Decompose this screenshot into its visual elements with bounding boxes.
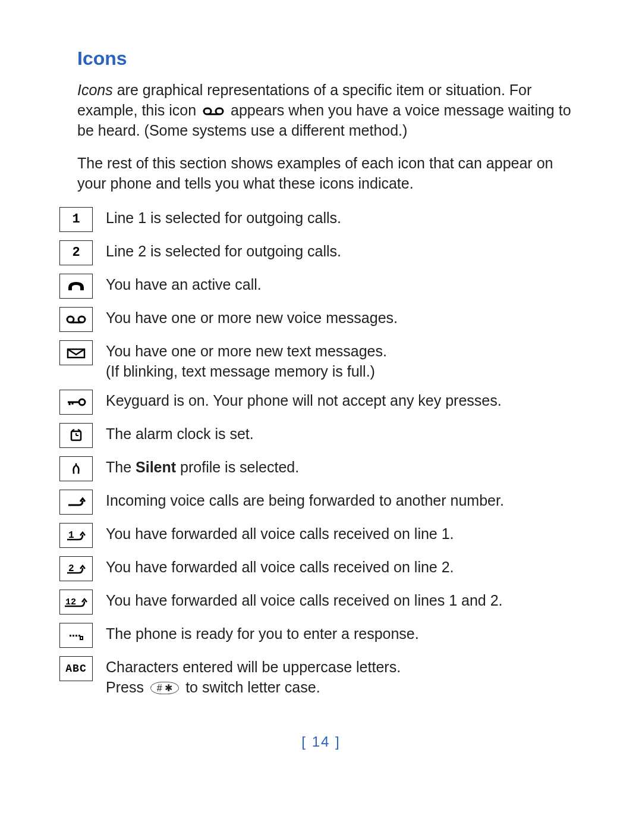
icon-description: The phone is ready for you to enter a re… — [106, 623, 419, 644]
active-call-icon — [59, 274, 93, 299]
icon-row: 1Line 1 is selected for outgoing calls. — [59, 207, 583, 232]
icon-description: You have one or more new voice messages. — [106, 307, 398, 328]
forward-lines-1-2-icon: 12 — [59, 590, 93, 615]
icon-description: You have one or more new text messages.(… — [106, 340, 387, 382]
silent-profile-icon — [59, 456, 93, 481]
icon-table: 1Line 1 is selected for outgoing calls.2… — [59, 207, 583, 698]
svg-rect-27 — [73, 635, 74, 637]
icon-row: The Silent profile is selected. — [59, 456, 583, 481]
voicemail-icon — [203, 106, 224, 117]
icon-row: ABCCharacters entered will be uppercase … — [59, 656, 583, 698]
voicemail-icon — [59, 307, 93, 332]
icon-row: 2You have forwarded all voice calls rece… — [59, 556, 583, 581]
icon-description: Characters entered will be uppercase let… — [106, 656, 401, 698]
icon-description: You have forwarded all voice calls recei… — [106, 556, 454, 578]
icon-description: Keyguard is on. Your phone will not acce… — [106, 390, 502, 411]
svg-point-7 — [79, 399, 85, 405]
uppercase-abc-icon: ABC — [59, 656, 93, 681]
line-2-icon: 2 — [59, 240, 93, 265]
icon-row: 12You have forwarded all voice calls rec… — [59, 590, 583, 615]
svg-point-18 — [78, 472, 80, 474]
icon-description: You have forwarded all voice calls recei… — [106, 590, 503, 611]
bold-term: Silent — [136, 459, 176, 475]
icon-description: The alarm clock is set. — [106, 423, 254, 444]
icon-row: You have one or more new voice messages. — [59, 307, 583, 332]
icon-row: The alarm clock is set. — [59, 423, 583, 448]
text-message-icon — [59, 340, 93, 365]
svg-point-16 — [75, 463, 77, 465]
icon-row: 2Line 2 is selected for outgoing calls. — [59, 240, 583, 265]
section-heading: Icons — [77, 48, 583, 70]
manual-page: Icons Icons are graphical representation… — [0, 0, 642, 774]
svg-rect-28 — [75, 635, 77, 637]
svg-point-17 — [73, 472, 75, 474]
icon-description: Line 2 is selected for outgoing calls. — [106, 240, 341, 262]
svg-line-14 — [72, 430, 74, 431]
forward-line-1-icon: 1 — [59, 523, 93, 548]
icon-row: Keyguard is on. Your phone will not acce… — [59, 390, 583, 415]
enter-response-icon — [59, 623, 93, 648]
icon-description: Line 1 is selected for outgoing calls. — [106, 207, 341, 228]
intro-lead-word: Icons — [77, 82, 113, 98]
svg-rect-26 — [70, 635, 71, 637]
icon-row: The phone is ready for you to enter a re… — [59, 623, 583, 648]
page-number: [ 14 ] — [59, 734, 583, 750]
icon-row: Incoming voice calls are being forwarded… — [59, 490, 583, 515]
intro-paragraph-2: The rest of this section shows examples … — [77, 153, 583, 194]
icon-description: You have forwarded all voice calls recei… — [106, 523, 454, 544]
intro-paragraph: Icons are graphical representations of a… — [77, 80, 583, 140]
svg-line-15 — [78, 430, 80, 431]
icon-description: Incoming voice calls are being forwarded… — [106, 490, 504, 511]
line-1-icon: 1 — [59, 207, 93, 232]
icon-description: You have an active call. — [106, 274, 262, 295]
icon-row: 1You have forwarded all voice calls rece… — [59, 523, 583, 548]
svg-rect-30 — [80, 637, 83, 640]
call-forward-icon — [59, 490, 93, 515]
key-button-icon: # ✱ — [150, 682, 179, 694]
icon-row: You have one or more new text messages.(… — [59, 340, 583, 382]
keyguard-icon — [59, 390, 93, 415]
alarm-clock-icon — [59, 423, 93, 448]
icon-row: You have an active call. — [59, 274, 583, 299]
icon-description: The Silent profile is selected. — [106, 456, 299, 478]
forward-line-2-icon: 2 — [59, 556, 93, 581]
